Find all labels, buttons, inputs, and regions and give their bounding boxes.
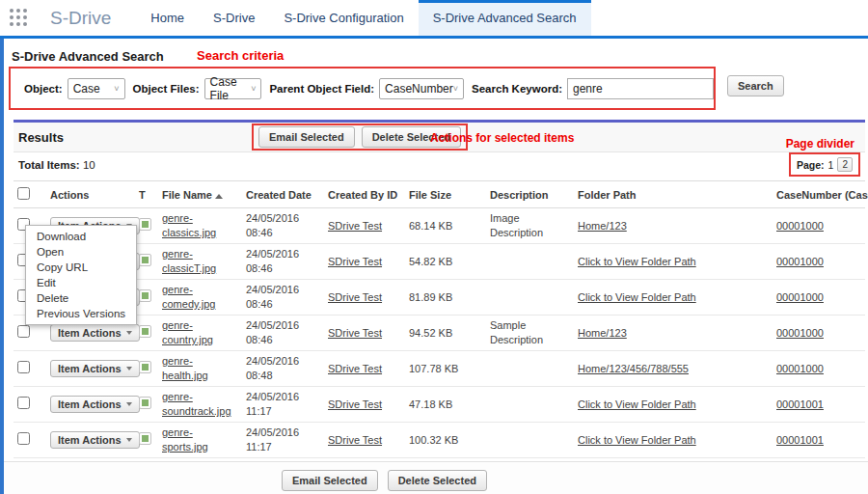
tab-s-drive[interactable]: S-Drive: [199, 0, 269, 36]
total-items: Total Items: 10: [18, 159, 95, 171]
image-file-icon: [139, 289, 151, 302]
footer-email-selected-button[interactable]: Email Selected: [282, 470, 378, 491]
file-name-link[interactable]: genre-country.jpg: [162, 319, 213, 345]
file-name-header[interactable]: File Name: [158, 181, 242, 208]
case-number-link[interactable]: 00001001: [776, 434, 824, 446]
file-name-link[interactable]: genre-classics.jpg: [162, 212, 216, 238]
image-file-icon: [139, 432, 151, 445]
created-by-cell: SDrive Test: [324, 387, 405, 423]
footer-delete-selected-button[interactable]: Delete Selected: [388, 470, 487, 491]
description-cell: Image Description: [486, 208, 574, 244]
tab-s-drive-advanced-search[interactable]: S-Drive Advanced Search: [419, 0, 591, 36]
folder-path-cell: Click to View Folder Path: [574, 244, 773, 280]
description-cell: Sample Description: [486, 316, 574, 351]
created-by-link[interactable]: SDrive Test: [328, 327, 382, 339]
menu-item-open[interactable]: Open: [26, 244, 136, 260]
case-number-link[interactable]: 00001000: [776, 363, 824, 374]
created-date-cell: 24/05/2016 11:17: [242, 423, 324, 458]
image-file-icon: [139, 397, 151, 409]
tab-home[interactable]: Home: [136, 0, 199, 36]
menu-item-copy-url[interactable]: Copy URL: [26, 260, 136, 275]
created-by-cell: SDrive Test: [324, 208, 405, 244]
image-file-icon: [139, 218, 151, 231]
object-label: Object:: [24, 83, 63, 95]
file-name-link[interactable]: genre-soundtrack.jpg: [162, 391, 231, 417]
item-actions-button[interactable]: Item Actions: [50, 360, 140, 377]
created-date-cell: 24/05/2016 11:17: [242, 387, 324, 423]
type-cell: [135, 244, 158, 280]
item-actions-button[interactable]: Item Actions: [50, 396, 140, 413]
menu-item-delete[interactable]: Delete: [26, 290, 136, 306]
file-name-link[interactable]: genre-comedy.jpg: [162, 284, 215, 310]
case-number-link[interactable]: 00001001: [776, 398, 824, 410]
object-select[interactable]: Case ˅: [68, 78, 125, 99]
menu-item-download[interactable]: Download: [26, 229, 136, 244]
total-items-value: 10: [83, 159, 95, 171]
image-file-icon: [139, 361, 151, 373]
type-cell: [135, 280, 158, 316]
file-name-link[interactable]: genre-classicT.jpg: [162, 248, 216, 274]
type-cell: [135, 423, 158, 458]
created-by-cell: SDrive Test: [324, 351, 405, 387]
menu-item-previous-versions[interactable]: Previous Versions: [26, 306, 136, 321]
case-number-link[interactable]: 00001000: [776, 327, 824, 339]
file-size-cell: 107.78 KB: [405, 351, 486, 387]
object-files-select-value: Case File: [210, 75, 252, 102]
created-by-link[interactable]: SDrive Test: [328, 256, 382, 267]
row-checkbox[interactable]: [17, 325, 30, 338]
case-number-header[interactable]: CaseNumber (Case): [773, 181, 865, 208]
item-actions-button[interactable]: Item Actions: [50, 324, 140, 342]
created-by-header[interactable]: Created By ID: [324, 181, 405, 208]
folder-path-link[interactable]: Home/123: [578, 220, 627, 232]
object-files-select[interactable]: Case File ˅: [204, 78, 262, 99]
file-name-cell: genre-comedy.jpg: [158, 280, 242, 316]
tab-s-drive-configuration[interactable]: S-Drive Configuration: [269, 0, 418, 36]
file-name-cell: genre-sports.jpg: [158, 423, 242, 458]
case-number-link[interactable]: 00001000: [776, 220, 824, 232]
file-name-link[interactable]: genre-sports.jpg: [162, 426, 208, 453]
item-actions-button[interactable]: Item Actions: [50, 431, 140, 449]
created-by-link[interactable]: SDrive Test: [328, 434, 382, 446]
case-number-link[interactable]: 00001000: [776, 291, 824, 303]
app-launcher-icon[interactable]: [10, 9, 29, 28]
folder-path-link[interactable]: Click to View Folder Path: [578, 434, 696, 446]
folder-path-cell: Home/123: [574, 208, 773, 244]
description-cell: [486, 351, 574, 387]
description-cell: [486, 244, 574, 280]
folder-path-link[interactable]: Home/123/456/788/555: [578, 363, 689, 374]
page-2-button[interactable]: 2: [837, 157, 853, 172]
parent-object-field-select-value: CaseNumber: [385, 82, 453, 96]
file-size-cell: 54.82 KB: [405, 244, 486, 280]
created-by-link[interactable]: SDrive Test: [328, 363, 382, 374]
select-all-checkbox[interactable]: [17, 187, 30, 200]
page-label: Page:: [797, 159, 825, 171]
folder-path-cell: Click to View Folder Path: [574, 423, 773, 458]
parent-object-field-select[interactable]: CaseNumber ˅: [379, 78, 464, 99]
folder-path-link[interactable]: Click to View Folder Path: [578, 256, 696, 267]
row-checkbox[interactable]: [17, 361, 30, 373]
chevron-down-icon: [126, 438, 132, 442]
folder-path-link[interactable]: Home/123: [578, 327, 627, 339]
select-cell: [14, 387, 46, 423]
created-by-link[interactable]: SDrive Test: [328, 398, 382, 410]
row-checkbox[interactable]: [17, 432, 30, 445]
search-button[interactable]: Search: [727, 75, 784, 96]
case-number-link[interactable]: 00001000: [776, 256, 824, 267]
created-date-header[interactable]: Created Date: [242, 181, 324, 208]
row-checkbox[interactable]: [17, 397, 30, 409]
file-name-link[interactable]: genre-health.jpg: [162, 355, 208, 381]
actions-cell: Item Actions: [46, 351, 135, 387]
select-cell: [14, 351, 46, 387]
created-by-link[interactable]: SDrive Test: [328, 220, 382, 232]
description-header[interactable]: Description: [486, 181, 574, 208]
item-actions-menu: DownloadOpenCopy URLEditDeletePrevious V…: [25, 225, 137, 325]
email-selected-button[interactable]: Email Selected: [258, 126, 355, 148]
folder-path-link[interactable]: Click to View Folder Path: [578, 398, 696, 410]
folder-path-link[interactable]: Click to View Folder Path: [578, 291, 696, 303]
search-keyword-input[interactable]: [567, 78, 714, 99]
created-by-link[interactable]: SDrive Test: [328, 291, 382, 303]
file-size-header[interactable]: File Size: [405, 181, 486, 208]
menu-item-edit[interactable]: Edit: [26, 275, 136, 290]
folder-path-header[interactable]: Folder Path: [574, 181, 773, 208]
table-row: Item Actions genre-health.jpg 24/05/2016…: [14, 351, 865, 387]
